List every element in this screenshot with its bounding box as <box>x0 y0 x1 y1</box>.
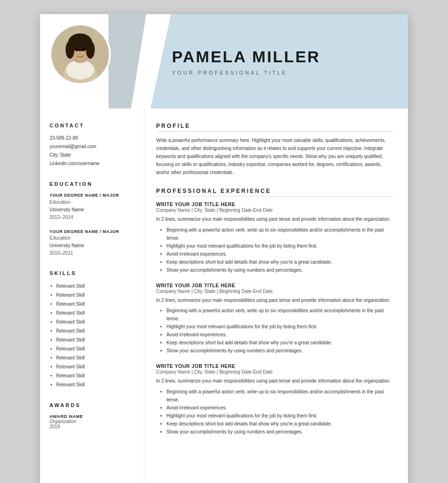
award-name-1: AWARD NAME <box>50 414 134 419</box>
job-title-1: WRITE YOUR JOB TITLE HERE <box>156 201 394 207</box>
profile-section: PROFILE Write a powerful performance sum… <box>156 123 394 176</box>
edu-label-2: Education <box>50 234 134 242</box>
svg-point-6 <box>86 41 95 59</box>
profile-section-title: PROFILE <box>156 123 394 132</box>
job-2-bullet-3: Avoid irrelevant experiences. <box>166 331 394 339</box>
job-2-bullet-5: Show your accomplishments by using numbe… <box>166 347 394 355</box>
profile-text: Write a powerful performance summary her… <box>156 136 394 176</box>
job-3-bullet-3: Highlight your most relevant qualificati… <box>166 412 394 420</box>
job-1-bullet-4: Keep descriptions short but add details … <box>166 258 394 266</box>
job-entry-1: WRITE YOUR JOB TITLE HERE Company Name |… <box>156 201 394 274</box>
education-entry-2: YOUR DEGREE NAME / MAJOR Education Unive… <box>50 229 134 258</box>
skill-10: Relevant Skill <box>50 362 134 371</box>
header-bg-gray <box>108 14 146 108</box>
edu-degree-2: YOUR DEGREE NAME / MAJOR <box>50 229 134 235</box>
skill-1: Relevant Skill <box>50 282 134 291</box>
job-1-bullet-2: Highlight your most relevant qualificati… <box>166 242 394 250</box>
job-entry-3: WRITE YOUR JOB TITLE HERE Company Name |… <box>156 363 394 436</box>
edu-degree-1: YOUR DEGREE NAME / MAJOR <box>50 192 134 199</box>
edu-university-2: University Name <box>50 242 134 250</box>
skill-9: Relevant Skill <box>50 353 134 362</box>
resume-document: PAMELA MILLER YOUR PROFESSIONAL TITLE CO… <box>40 14 408 483</box>
job-summary-2: In 2 lines, summarize your main responsi… <box>156 297 394 305</box>
job-bullets-1: Beginning with a powerful action verb, w… <box>156 226 394 274</box>
skill-6: Relevant Skill <box>50 326 134 335</box>
awards-section-title: AWARDS <box>50 402 134 408</box>
skills-section: SKILLS Relevant Skill Relevant Skill Rel… <box>50 270 134 389</box>
job-3-bullet-1: Beginning with a powerful action verb, w… <box>166 388 394 404</box>
contact-linkedin: Linkedin.com/username <box>50 159 134 168</box>
edu-year-1: 2012–2014 <box>50 214 134 221</box>
profile-photo <box>50 24 111 85</box>
edu-label-1: Education <box>50 199 134 206</box>
resume-body: CONTACT 23-589-22-88 youremail@gmail.com… <box>40 108 408 483</box>
resume-header: PAMELA MILLER YOUR PROFESSIONAL TITLE <box>40 14 408 108</box>
skill-3: Relevant Skill <box>50 300 134 308</box>
main-content: PROFILE Write a powerful performance sum… <box>144 108 408 483</box>
job-1-bullet-3: Avoid irrelevant experiences. <box>166 250 394 258</box>
job-1-bullet-1: Beginning with a powerful action verb, w… <box>166 226 394 242</box>
job-title-3: WRITE YOUR JOB TITLE HERE <box>156 363 394 369</box>
contact-section: CONTACT 23-589-22-88 youremail@gmail.com… <box>50 123 134 168</box>
contact-info: 23-589-22-88 youremail@gmail.com City, S… <box>50 134 134 168</box>
job-bullets-2: Beginning with a powerful action verb, w… <box>156 307 394 355</box>
job-2-bullet-2: Highlight your most relevant qualificati… <box>166 323 394 331</box>
svg-point-8 <box>82 48 85 51</box>
contact-section-title: CONTACT <box>50 123 134 128</box>
candidate-name: PAMELA MILLER <box>172 48 408 66</box>
job-entry-2: WRITE YOUR JOB TITLE HERE Company Name |… <box>156 283 394 355</box>
job-company-3: Company Name | City, State | Beginning D… <box>156 369 394 375</box>
job-summary-3: In 2 lines, summarize your main responsi… <box>156 377 394 385</box>
job-company-1: Company Name | City, State | Beginning D… <box>156 208 394 213</box>
skill-7: Relevant Skill <box>50 335 134 344</box>
skill-12: Relevant Skill <box>50 380 134 389</box>
contact-email: youremail@gmail.com <box>50 142 134 151</box>
svg-point-5 <box>66 41 75 59</box>
awards-section: AWARDS AWARD NAME Organization 2019 <box>50 402 134 429</box>
edu-university-1: University Name <box>50 206 134 214</box>
award-year-1: 2019 <box>50 424 134 429</box>
skill-2: Relevant Skill <box>50 291 134 300</box>
job-bullets-3: Beginning with a powerful action verb, w… <box>156 388 394 436</box>
job-title-2: WRITE YOUR JOB TITLE HERE <box>156 283 394 288</box>
experience-section-title: PROFESSIONAL EXPERIENCE <box>156 188 394 197</box>
skill-5: Relevant Skill <box>50 317 134 326</box>
job-1-bullet-5: Show your accomplishments by using numbe… <box>166 266 394 274</box>
job-3-bullet-2: Avoid irrelevant experiences. <box>166 404 394 412</box>
job-2-bullet-4: Keep descriptions short but add details … <box>166 339 394 347</box>
education-section-title: EDUCATION <box>50 181 134 187</box>
contact-phone: 23-589-22-88 <box>50 134 134 142</box>
job-3-bullet-4: Keep descriptions short but add details … <box>166 420 394 428</box>
skill-11: Relevant Skill <box>50 371 134 380</box>
experience-section: PROFESSIONAL EXPERIENCE WRITE YOUR JOB T… <box>156 188 394 436</box>
skill-4: Relevant Skill <box>50 308 134 317</box>
header-text-block: PAMELA MILLER YOUR PROFESSIONAL TITLE <box>158 14 408 108</box>
education-section: EDUCATION YOUR DEGREE NAME / MAJOR Educa… <box>50 181 134 257</box>
skills-section-title: SKILLS <box>50 270 134 276</box>
skills-list: Relevant Skill Relevant Skill Relevant S… <box>50 282 134 389</box>
award-entry-1: AWARD NAME Organization 2019 <box>50 414 134 429</box>
sidebar: CONTACT 23-589-22-88 youremail@gmail.com… <box>40 108 144 483</box>
award-org-1: Organization <box>50 419 134 424</box>
job-2-bullet-1: Beginning with a powerful action verb, w… <box>166 307 394 323</box>
contact-location: City, State <box>50 151 134 159</box>
edu-year-2: 2010–2011 <box>50 250 134 257</box>
job-summary-1: In 2 lines, summarize your main responsi… <box>156 216 394 224</box>
candidate-title: YOUR PROFESSIONAL TITLE <box>172 70 408 75</box>
education-entry-1: YOUR DEGREE NAME / MAJOR Education Unive… <box>50 192 134 221</box>
job-company-2: Company Name | City, State | Beginning D… <box>156 289 394 294</box>
job-3-bullet-5: Show your accomplishments by using numbe… <box>166 428 394 436</box>
skill-8: Relevant Skill <box>50 344 134 353</box>
svg-point-7 <box>75 48 78 51</box>
svg-point-9 <box>79 53 81 54</box>
